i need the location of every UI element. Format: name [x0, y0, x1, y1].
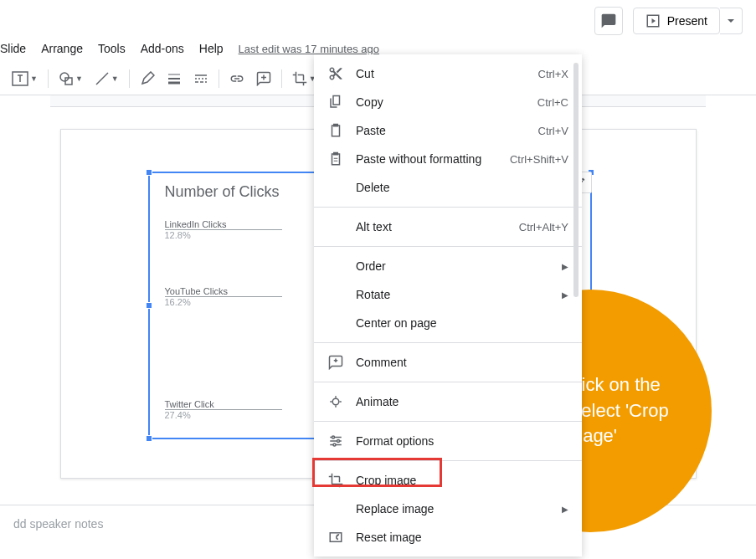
speaker-notes-placeholder: dd speaker notes [13, 517, 103, 531]
chevron-right-icon: ▶ [562, 290, 568, 300]
ctx-label: Paste [356, 124, 538, 137]
present-label: Present [667, 14, 707, 28]
menu-arrange[interactable]: Arrange [41, 40, 83, 57]
copy-icon [327, 94, 344, 110]
chevron-right-icon: ▶ [562, 505, 568, 514]
ctx-paste[interactable]: PasteCtrl+V [314, 116, 582, 145]
ctx-label: Cut [356, 67, 538, 80]
ctx-alt-text[interactable]: Alt textCtrl+Alt+Y [314, 213, 582, 241]
ctx-shortcut: Ctrl+Alt+Y [519, 221, 568, 233]
comment-icon [600, 13, 617, 29]
ctx-animate[interactable]: Animate [314, 387, 582, 416]
blank-icon [327, 315, 344, 331]
shape-tool[interactable]: ▼ [54, 66, 88, 91]
present-dropdown[interactable] [720, 8, 743, 34]
svg-point-12 [332, 398, 339, 405]
comment-add-icon [327, 354, 344, 371]
context-menu-separator [314, 207, 582, 208]
ctx-label: Replace image [356, 502, 562, 515]
comment-add-icon [256, 71, 271, 86]
ctx-format-options[interactable]: Format options [314, 427, 582, 455]
ctx-label: Order [356, 259, 562, 273]
blank-icon [327, 179, 344, 196]
svg-point-1 [60, 73, 69, 81]
border-dash-tool[interactable] [188, 66, 213, 91]
link-icon [229, 71, 244, 86]
pen-icon [140, 71, 155, 86]
crop-icon [292, 71, 307, 86]
scrollbar-thumb[interactable] [573, 63, 579, 297]
textbox-icon [12, 71, 28, 86]
blank-icon [327, 218, 344, 235]
svg-line-3 [96, 73, 108, 85]
legend-value: 12.8% [165, 229, 282, 240]
ctx-label: Alt text [356, 220, 519, 233]
ctx-shortcut: Ctrl+C [537, 96, 568, 109]
ctx-delete[interactable]: Delete [314, 173, 582, 202]
last-edit-link[interactable]: Last edit was 17 minutes ago [239, 43, 379, 55]
clipboard-icon [327, 122, 344, 139]
dash-icon [193, 71, 208, 86]
ctx-paste-without-formatting[interactable]: Paste without formattingCtrl+Shift+V [314, 145, 582, 173]
context-menu-separator [314, 246, 582, 247]
menu-help[interactable]: Help [199, 40, 224, 57]
ctx-comment[interactable]: Comment [314, 348, 582, 377]
blank-icon [327, 500, 344, 517]
ctx-label: Paste without formatting [356, 152, 510, 166]
line-tool[interactable]: ▼ [90, 66, 124, 91]
legend-value: 27.4% [165, 409, 282, 420]
ctx-rotate[interactable]: Rotate▶ [314, 280, 582, 309]
blank-icon [327, 258, 344, 274]
ctx-order[interactable]: Order▶ [314, 252, 582, 280]
svg-point-14 [337, 440, 340, 443]
ctx-label: Delete [356, 181, 568, 194]
legend-value: 16.2% [165, 296, 282, 307]
ctx-cut[interactable]: CutCtrl+X [314, 59, 582, 88]
play-box-icon [645, 13, 661, 28]
border-weight-tool[interactable] [162, 66, 187, 91]
line-icon [95, 71, 110, 86]
ctx-label: Format options [356, 434, 568, 448]
motion-icon [327, 393, 344, 410]
context-menu-separator [314, 342, 582, 343]
ctx-label: Comment [356, 356, 568, 369]
ctx-label: Rotate [356, 288, 562, 301]
chevron-down-icon [727, 17, 735, 25]
ctx-label: Copy [356, 95, 537, 109]
svg-point-13 [332, 436, 335, 438]
ctx-label: Animate [356, 395, 568, 408]
reset-image-icon [327, 529, 344, 546]
ctx-copy[interactable]: CopyCtrl+C [314, 88, 582, 116]
ctx-reset-image[interactable]: Reset image [314, 523, 582, 551]
menu-addons[interactable]: Add-ons [141, 40, 184, 57]
shape-icon [59, 71, 74, 86]
ctx-center-on-page[interactable]: Center on page [314, 309, 582, 337]
ctx-shortcut: Ctrl+Shift+V [510, 153, 568, 166]
ctx-label: Reset image [356, 531, 568, 544]
present-button[interactable]: Present [633, 8, 720, 34]
context-menu-separator [314, 421, 582, 422]
border-color-tool[interactable] [135, 66, 160, 91]
annotation-highlight-box [312, 458, 442, 487]
ctx-label: Center on page [356, 316, 568, 330]
weight-icon [167, 71, 182, 86]
ctx-shortcut: Ctrl+X [538, 68, 568, 80]
scissors-icon [327, 65, 344, 82]
ctx-replace-image[interactable]: Replace image▶ [314, 495, 582, 523]
svg-point-15 [333, 444, 336, 446]
open-comments-button[interactable] [594, 7, 623, 35]
comment-tool[interactable] [251, 66, 276, 91]
menu-tools[interactable]: Tools [98, 40, 126, 57]
menu-slide[interactable]: Slide [0, 40, 26, 57]
chevron-right-icon: ▶ [562, 262, 568, 271]
context-menu-separator [314, 382, 582, 382]
blank-icon [327, 286, 344, 303]
clipboard-plain-icon [327, 151, 344, 167]
link-tool[interactable] [224, 66, 249, 91]
textbox-tool[interactable]: ▼ [7, 66, 43, 91]
ctx-shortcut: Ctrl+V [538, 125, 568, 137]
tune-icon [327, 433, 344, 449]
